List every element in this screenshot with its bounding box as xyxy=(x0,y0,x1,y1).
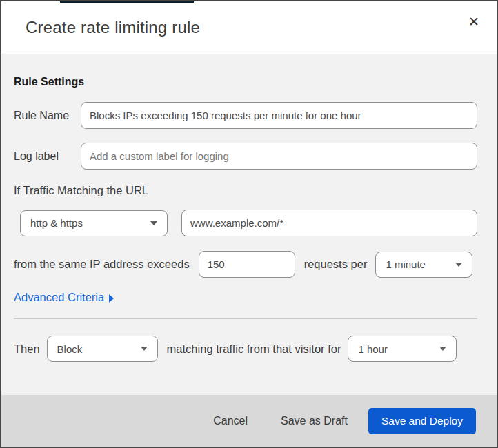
period-dropdown[interactable]: 1 minute xyxy=(375,252,472,278)
log-label-label: Log label xyxy=(14,150,81,163)
scheme-dropdown-value: http & https xyxy=(30,217,83,229)
save-as-draft-button[interactable]: Save as Draft xyxy=(278,411,350,431)
duration-dropdown[interactable]: 1 hour xyxy=(348,336,457,362)
duration-dropdown-value: 1 hour xyxy=(358,343,388,355)
log-label-row: Log label xyxy=(14,143,477,170)
traffic-match-heading: If Traffic Matching the URL xyxy=(14,184,477,197)
dialog-footer: Cancel Save as Draft Save and Deploy xyxy=(1,395,497,447)
url-pattern-input[interactable] xyxy=(181,210,477,236)
action-dropdown-value: Block xyxy=(57,343,83,355)
rule-name-input[interactable] xyxy=(81,102,477,129)
action-middle-text: matching traffic from that visitor for xyxy=(167,343,341,356)
threshold-row: from the same IP address exceeds request… xyxy=(14,251,477,278)
chevron-down-icon xyxy=(150,221,157,225)
save-and-deploy-button[interactable]: Save and Deploy xyxy=(368,408,476,434)
create-rate-limiting-rule-dialog: Create rate limiting rule ✕ Rule Setting… xyxy=(0,0,498,448)
rule-name-row: Rule Name xyxy=(14,102,477,129)
action-row: Then Block matching traffic from that vi… xyxy=(14,336,477,362)
threshold-middle-text: requests per xyxy=(304,258,368,271)
cancel-button[interactable]: Cancel xyxy=(210,411,250,431)
request-count-input[interactable] xyxy=(199,251,295,278)
chevron-down-icon xyxy=(439,347,446,351)
top-accent-bar xyxy=(60,0,194,3)
chevron-down-icon xyxy=(455,263,462,267)
advanced-criteria-label: Advanced Criteria xyxy=(14,291,104,304)
chevron-down-icon xyxy=(141,347,148,351)
action-dropdown[interactable]: Block xyxy=(47,336,158,362)
dialog-body: Rule Settings Rule Name Log label If Tra… xyxy=(1,54,497,395)
scheme-dropdown[interactable]: http & https xyxy=(20,210,168,236)
threshold-prefix-text: from the same IP address exceeds xyxy=(14,258,190,271)
section-heading-rule-settings: Rule Settings xyxy=(14,76,477,88)
period-dropdown-value: 1 minute xyxy=(386,258,426,270)
arrow-right-icon xyxy=(109,294,114,303)
dialog-header: Create rate limiting rule ✕ xyxy=(1,1,497,54)
traffic-match-row: http & https xyxy=(14,210,477,236)
rule-name-label: Rule Name xyxy=(14,110,81,122)
advanced-criteria-link[interactable]: Advanced Criteria xyxy=(14,291,114,304)
dialog-title: Create rate limiting rule xyxy=(26,18,200,37)
action-prefix-text: Then xyxy=(14,343,40,356)
log-label-input[interactable] xyxy=(81,143,477,170)
close-icon[interactable]: ✕ xyxy=(465,12,483,30)
section-divider xyxy=(14,318,477,319)
